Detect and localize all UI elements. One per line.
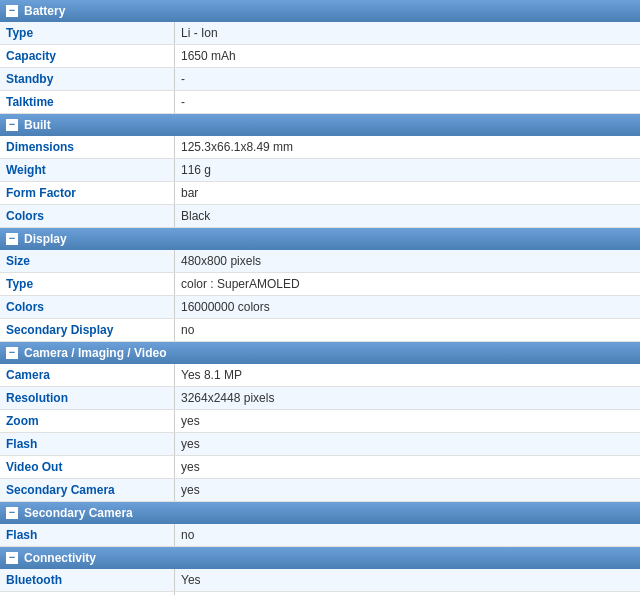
collapse-icon[interactable]: − xyxy=(6,347,18,359)
section-title: Battery xyxy=(24,4,65,18)
row-label: Secondary Display xyxy=(0,319,175,341)
table-row: Dimensions125.3x66.1x8.49 mm xyxy=(0,136,640,159)
section-header-camera[interactable]: −Camera / Imaging / Video xyxy=(0,342,640,364)
collapse-icon[interactable]: − xyxy=(6,233,18,245)
row-value: yes xyxy=(175,479,640,501)
section-header-display[interactable]: −Display xyxy=(0,228,640,250)
section-title: Secondary Camera xyxy=(24,506,133,520)
section-title: Built xyxy=(24,118,51,132)
table-row: TypeLi - Ion xyxy=(0,22,640,45)
row-value: Yes xyxy=(175,569,640,591)
table-row: BluetoothYes xyxy=(0,569,640,592)
table-row: Secondary Camerayes xyxy=(0,479,640,502)
row-value: yes xyxy=(175,433,640,455)
table-row: Video Outyes xyxy=(0,456,640,479)
section-header-connectivity[interactable]: −Connectivity xyxy=(0,547,640,569)
table-row: ColorsBlack xyxy=(0,205,640,228)
row-value: 3264x2448 pixels xyxy=(175,387,640,409)
row-value: 116 g xyxy=(175,159,640,181)
row-label: Colors xyxy=(0,205,175,227)
row-value: bar xyxy=(175,182,640,204)
collapse-icon[interactable]: − xyxy=(6,5,18,17)
row-label: Capacity xyxy=(0,45,175,67)
row-label: Type xyxy=(0,273,175,295)
table-row: Capacity1650 mAh xyxy=(0,45,640,68)
row-label: Flash xyxy=(0,524,175,546)
row-label: Dimensions xyxy=(0,136,175,158)
collapse-icon[interactable]: − xyxy=(6,552,18,564)
row-value: yes xyxy=(175,456,640,478)
row-label: Form Factor xyxy=(0,182,175,204)
row-value: - xyxy=(175,68,640,90)
section-title: Display xyxy=(24,232,67,246)
row-label: Zoom xyxy=(0,410,175,432)
row-value: 1650 mAh xyxy=(175,45,640,67)
section-header-battery[interactable]: −Battery xyxy=(0,0,640,22)
row-value: - xyxy=(175,91,640,113)
table-row: Flashyes xyxy=(0,433,640,456)
table-row: Size480x800 pixels xyxy=(0,250,640,273)
table-row: CameraYes 8.1 MP xyxy=(0,364,640,387)
row-value: 125.3x66.1x8.49 mm xyxy=(175,136,640,158)
row-value: Li - Ion xyxy=(175,22,640,44)
row-label: Colors xyxy=(0,296,175,318)
table-row: Weight116 g xyxy=(0,159,640,182)
section-header-secondary-camera[interactable]: −Secondary Camera xyxy=(0,502,640,524)
table-row: Standby- xyxy=(0,68,640,91)
row-label: Talktime xyxy=(0,91,175,113)
collapse-icon[interactable]: − xyxy=(6,119,18,131)
row-label: Camera xyxy=(0,364,175,386)
table-row: Secondary Displayno xyxy=(0,319,640,342)
row-value: Black xyxy=(175,205,640,227)
section-header-built[interactable]: −Built xyxy=(0,114,640,136)
row-label: Resolution xyxy=(0,387,175,409)
row-label: Standby xyxy=(0,68,175,90)
section-title: Camera / Imaging / Video xyxy=(24,346,167,360)
row-label: Secondary Camera xyxy=(0,479,175,501)
row-value: no xyxy=(175,319,640,341)
row-label: Video Out xyxy=(0,456,175,478)
row-value: 480x800 pixels xyxy=(175,250,640,272)
table-row: Form Factorbar xyxy=(0,182,640,205)
specs-table: −BatteryTypeLi - IonCapacity1650 mAhStan… xyxy=(0,0,640,595)
row-label: Bluetooth xyxy=(0,569,175,591)
row-label: Size xyxy=(0,250,175,272)
row-value: color : SuperAMOLED xyxy=(175,273,640,295)
table-row: Colors16000000 colors xyxy=(0,296,640,319)
row-value: no xyxy=(175,524,640,546)
table-row: Talktime- xyxy=(0,91,640,114)
table-row: Typecolor : SuperAMOLED xyxy=(0,273,640,296)
row-value: Yes 8.1 MP xyxy=(175,364,640,386)
row-label: Weight xyxy=(0,159,175,181)
row-label: Type xyxy=(0,22,175,44)
collapse-icon[interactable]: − xyxy=(6,507,18,519)
table-row: Flashno xyxy=(0,524,640,547)
row-value: 16000000 colors xyxy=(175,296,640,318)
table-row: Zoomyes xyxy=(0,410,640,433)
row-label: Flash xyxy=(0,433,175,455)
table-row: Resolution3264x2448 pixels xyxy=(0,387,640,410)
section-title: Connectivity xyxy=(24,551,96,565)
row-value: yes xyxy=(175,410,640,432)
